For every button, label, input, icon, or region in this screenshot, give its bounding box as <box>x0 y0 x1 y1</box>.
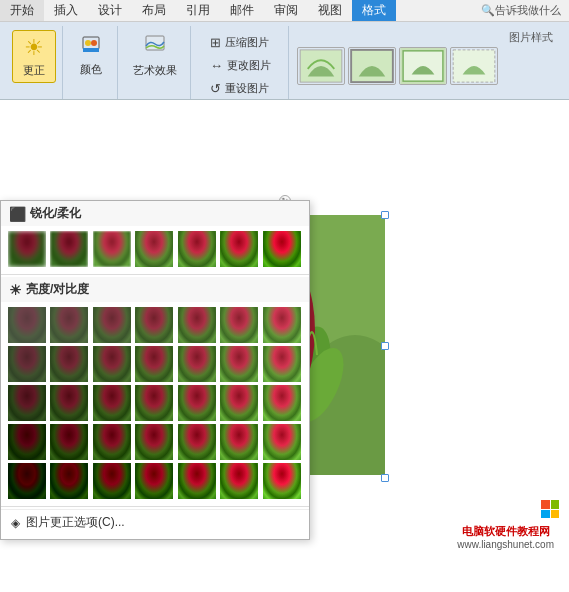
bright-thumb-5-3[interactable] <box>92 462 132 500</box>
bright-thumb-4-5[interactable] <box>177 423 217 461</box>
change-label: 更改图片 <box>227 58 271 73</box>
bright-thumb-5-5[interactable] <box>177 462 217 500</box>
sharpen-thumb-4[interactable] <box>134 230 174 268</box>
bright-thumb-4-4[interactable] <box>134 423 174 461</box>
menu-reference[interactable]: 引用 <box>176 0 220 21</box>
bright-thumb-2-6[interactable] <box>219 345 259 383</box>
menu-bar: 开始 插入 设计 布局 引用 邮件 审阅 视图 格式 🔍 告诉我做什么 <box>0 0 569 22</box>
footer-divider <box>1 506 309 507</box>
menu-mail[interactable]: 邮件 <box>220 0 264 21</box>
menu-insert[interactable]: 插入 <box>44 0 88 21</box>
bright-thumb-2-4[interactable] <box>134 345 174 383</box>
menu-format[interactable]: 格式 <box>352 0 396 21</box>
brightness-section-label: 亮度/对比度 <box>26 281 89 298</box>
bright-thumb-4-2[interactable] <box>49 423 89 461</box>
win-blue <box>541 510 550 519</box>
corrections-label: 更正 <box>23 63 45 78</box>
compress-icon: ⊞ <box>210 35 221 50</box>
reset-icon: ↺ <box>210 81 221 96</box>
sharpen-thumbnails-grid <box>1 226 309 272</box>
small-btns-container: ⊞ 压缩图片 ↔ 更改图片 ↺ 重设图片 <box>199 30 282 101</box>
bright-thumb-3-6[interactable] <box>219 384 259 422</box>
bright-thumb-2-5[interactable] <box>177 345 217 383</box>
bright-thumb-2-3[interactable] <box>92 345 132 383</box>
sharpen-header-icon: ⬛ <box>9 206 26 222</box>
handle-bottom-right[interactable] <box>381 474 389 482</box>
corrections-options-button[interactable]: ◈ 图片更正选项(C)... <box>1 509 309 535</box>
bright-thumb-2-2[interactable] <box>49 345 89 383</box>
bright-thumb-4-7[interactable] <box>262 423 302 461</box>
bright-thumb-1-4[interactable] <box>134 306 174 344</box>
brand-text-container: 电脑软硬件教程网 www.liangshunet.com <box>452 522 559 552</box>
menu-start[interactable]: 开始 <box>0 0 44 21</box>
brand-name: 电脑软硬件教程网 <box>457 524 554 539</box>
styles-label: 图片样式 <box>509 30 557 45</box>
style-thumb-3[interactable] <box>399 47 447 85</box>
brightness-section-header: ☀ 亮度/对比度 <box>1 277 309 302</box>
bright-thumb-3-7[interactable] <box>262 384 302 422</box>
bright-thumb-1-6[interactable] <box>219 306 259 344</box>
bright-thumb-5-1[interactable] <box>7 462 47 500</box>
art-effects-button[interactable]: 艺术效果 <box>126 30 184 82</box>
compress-button[interactable]: ⊞ 压缩图片 <box>203 32 278 53</box>
sharpen-thumb-3[interactable] <box>92 230 132 268</box>
bright-thumb-3-5[interactable] <box>177 384 217 422</box>
change-picture-button[interactable]: ↔ 更改图片 <box>203 55 278 76</box>
bright-thumb-2-1[interactable] <box>7 345 47 383</box>
svg-rect-1 <box>83 48 99 52</box>
sharpen-section-header: ⬛ 锐化/柔化 <box>1 201 309 226</box>
bright-thumb-4-6[interactable] <box>219 423 259 461</box>
handle-top-right[interactable] <box>381 211 389 219</box>
menu-search: 🔍 告诉我做什么 <box>481 3 569 18</box>
picture-styles-group: 图片样式 <box>291 26 563 99</box>
menu-review[interactable]: 审阅 <box>264 0 308 21</box>
compress-label: 压缩图片 <box>225 35 269 50</box>
style-thumb-4[interactable] <box>450 47 498 85</box>
bright-thumb-1-7[interactable] <box>262 306 302 344</box>
menu-layout[interactable]: 布局 <box>132 0 176 21</box>
bright-thumb-1-5[interactable] <box>177 306 217 344</box>
sharpen-thumb-2[interactable] <box>49 230 89 268</box>
bright-thumb-1-1[interactable] <box>7 306 47 344</box>
sharpen-section-label: 锐化/柔化 <box>30 205 81 222</box>
bright-thumb-3-3[interactable] <box>92 384 132 422</box>
bright-thumb-1-3[interactable] <box>92 306 132 344</box>
win-yellow <box>551 510 560 519</box>
bright-thumb-5-6[interactable] <box>219 462 259 500</box>
reset-picture-button[interactable]: ↺ 重设图片 <box>203 78 278 99</box>
corrections-button[interactable]: ☀ 更正 <box>12 30 56 83</box>
color-button[interactable]: 颜色 <box>71 30 111 82</box>
sharpen-thumb-1[interactable] <box>7 230 47 268</box>
color-group: 颜色 <box>65 26 118 99</box>
bright-thumb-5-7[interactable] <box>262 462 302 500</box>
bright-thumb-1-2[interactable] <box>49 306 89 344</box>
bright-thumb-5-2[interactable] <box>49 462 89 500</box>
menu-design[interactable]: 设计 <box>88 0 132 21</box>
reset-label: 重设图片 <box>225 81 269 96</box>
bright-thumb-3-4[interactable] <box>134 384 174 422</box>
style-thumb-2[interactable] <box>348 47 396 85</box>
menu-view[interactable]: 视图 <box>308 0 352 21</box>
handle-middle-right[interactable] <box>381 342 389 350</box>
sharpen-thumb-5[interactable] <box>177 230 217 268</box>
color-label: 颜色 <box>80 62 102 77</box>
small-adjust-group: ⊞ 压缩图片 ↔ 更改图片 ↺ 重设图片 <box>193 26 289 99</box>
svg-point-3 <box>91 40 97 46</box>
sharpen-thumb-7[interactable] <box>262 230 302 268</box>
brightness-grid <box>1 302 309 504</box>
style-thumb-1[interactable] <box>297 47 345 85</box>
bright-thumb-3-1[interactable] <box>7 384 47 422</box>
sharpen-thumb-6[interactable] <box>219 230 259 268</box>
corrections-dropdown: ⬛ 锐化/柔化 ☀ 亮度/对比度 <box>0 200 310 540</box>
windows-logo <box>452 500 559 518</box>
bright-thumb-5-4[interactable] <box>134 462 174 500</box>
svg-point-2 <box>85 40 91 46</box>
bright-thumb-3-2[interactable] <box>49 384 89 422</box>
section-divider <box>1 274 309 275</box>
bright-thumb-2-7[interactable] <box>262 345 302 383</box>
bright-thumb-4-1[interactable] <box>7 423 47 461</box>
footer-label: 图片更正选项(C)... <box>26 514 125 531</box>
main-area: ⬛ 锐化/柔化 ☀ 亮度/对比度 <box>0 100 569 592</box>
win-red <box>541 500 550 509</box>
bright-thumb-4-3[interactable] <box>92 423 132 461</box>
